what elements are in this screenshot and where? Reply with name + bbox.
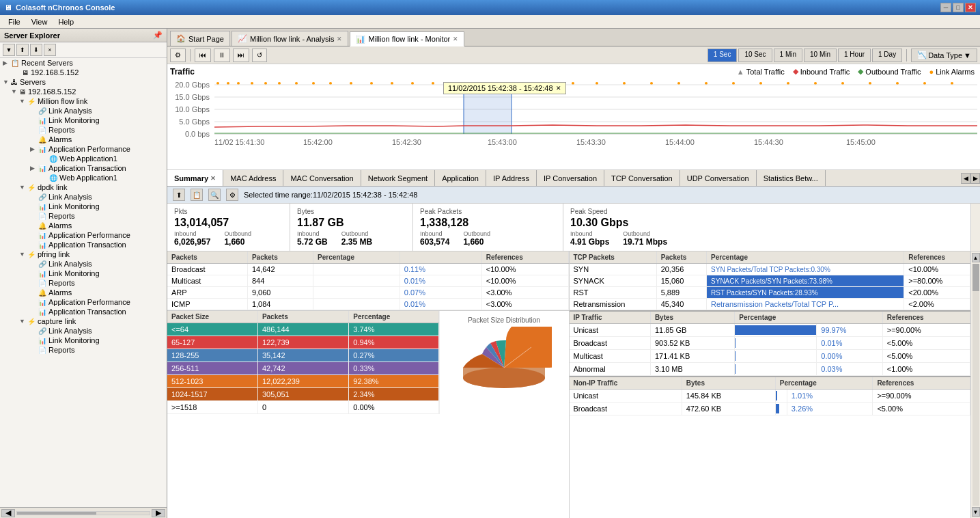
tree-capture-link-analysis[interactable]: 🔗 Link Analysis (0, 326, 167, 336)
scroll-left-btn[interactable]: ◀ (1, 509, 15, 517)
cell-bytes: 903.52 KB (650, 337, 734, 350)
tab-summary[interactable]: Summary ✕ (167, 170, 223, 187)
tree-million-flow[interactable]: ▼ ⚡ Million flow link (0, 96, 167, 106)
inbound-peak-value: 603,574 (420, 237, 449, 247)
tab-close-analysis[interactable]: ✕ (337, 36, 342, 42)
time-10sec[interactable]: 10 Sec (738, 49, 772, 62)
tree-million-link-monitoring[interactable]: 📊 Link Monitoring (0, 115, 167, 125)
tab-nav-next[interactable]: ▶ (970, 173, 980, 184)
tree-recent-servers[interactable]: ▶ 📋 Recent Servers (0, 58, 167, 68)
time-10min[interactable]: 10 Min (804, 49, 837, 62)
tab-close-summary[interactable]: ✕ (210, 175, 216, 182)
copy-btn[interactable]: 📋 (191, 189, 203, 201)
tree-dpdk-link-analysis[interactable]: 🔗 Link Analysis (0, 192, 167, 202)
tree-dpdk-app-perf[interactable]: 📊 Application Performance (0, 230, 167, 240)
explorer-add-btn[interactable]: ▼ (3, 44, 15, 56)
tab-mac-address[interactable]: MAC Address (223, 170, 283, 187)
svg-text:15:44:00: 15:44:00 (665, 138, 695, 146)
tree-million-app-perf-web[interactable]: 🌐 Web Application1 (0, 154, 167, 163)
tree-pfring-link-analysis[interactable]: 🔗 Link Analysis (0, 259, 167, 269)
tree-recent-ip[interactable]: 🖥 192.168.5.152 (0, 68, 167, 77)
tree-million-app-trans-web[interactable]: 🌐 Web Application1 (0, 173, 167, 182)
scrollbar-track[interactable] (16, 511, 150, 515)
tree-dpdk[interactable]: ▼ ⚡ dpdk link (0, 182, 167, 192)
menu-file[interactable]: File (3, 16, 26, 27)
tab-tcp-conversation[interactable]: TCP Conversation (604, 170, 680, 187)
scrollbar-track-right[interactable] (972, 264, 979, 506)
filter-btn[interactable]: 🔍 (208, 189, 221, 201)
prev-btn[interactable]: ⏮ (195, 49, 211, 62)
time-1day[interactable]: 1 Day (872, 49, 902, 62)
pie-chart-container: Packet Size Distribution (439, 311, 569, 414)
minimize-button[interactable]: ─ (940, 3, 951, 12)
right-scrollbar-top[interactable] (970, 204, 980, 251)
tree-capture-reports[interactable]: 📄 Reports (0, 345, 167, 355)
tab-ip-conversation[interactable]: IP Conversation (537, 170, 604, 187)
menu-view[interactable]: View (26, 16, 53, 27)
cell-bytes: 11.85 GB (650, 324, 734, 337)
tab-nav-prev[interactable]: ◀ (961, 173, 970, 184)
tree-capture[interactable]: ▼ ⚡ capture link (0, 316, 167, 326)
tree-pfring[interactable]: ▼ ⚡ pfring link (0, 249, 167, 259)
settings-toolbar-btn[interactable]: ⚙ (170, 49, 186, 62)
close-button[interactable]: ✕ (965, 3, 976, 12)
tree-dpdk-link-monitoring[interactable]: 📊 Link Monitoring (0, 202, 167, 211)
tab-application[interactable]: Application (435, 170, 486, 187)
tree-dpdk-reports[interactable]: 📄 Reports (0, 211, 167, 221)
tab-start-page[interactable]: 🏠 Start Page (170, 31, 230, 46)
explorer-down-btn[interactable]: ⬇ (30, 44, 42, 56)
tree-pfring-link-monitoring[interactable]: 📊 Link Monitoring (0, 269, 167, 278)
cell-pkts: 486,144 (257, 323, 348, 336)
tab-mac-conversation[interactable]: MAC Conversation (283, 170, 361, 187)
scroll-right-btn[interactable]: ▶ (152, 509, 165, 517)
tab-network-segment[interactable]: Network Segment (361, 170, 435, 187)
tree-pfring-app-perf[interactable]: 📊 Application Performance (0, 297, 167, 307)
tab-million-monitor[interactable]: 📊 Million flow link - Monitor ✕ (350, 31, 464, 46)
tooltip-close-icon[interactable]: ✕ (556, 85, 561, 92)
export-btn[interactable]: ⬆ (173, 189, 185, 201)
explorer-scrollbar[interactable]: ◀ ▶ (0, 507, 167, 518)
scroll-up-btn[interactable]: ▲ (972, 253, 980, 262)
scroll-down-btn[interactable]: ▼ (972, 507, 980, 517)
tree-pfring-reports[interactable]: 📄 Reports (0, 278, 167, 288)
tree-dpdk-alarms[interactable]: 🔔 Alarms (0, 221, 167, 230)
scrollbar-thumb-right[interactable] (972, 264, 979, 291)
right-scrollbar[interactable]: ▲ ▼ (970, 251, 980, 518)
pause-btn[interactable]: ⏸ (214, 49, 230, 62)
cell-bar-bg (775, 403, 787, 415)
stats-area[interactable]: Pkts 13,014,057 Inbound 6,026,957 Outbou… (167, 204, 980, 518)
tree-pfring-app-trans[interactable]: 📊 Application Transaction (0, 307, 167, 316)
explorer-up-btn[interactable]: ⬆ (16, 44, 29, 56)
tree-million-link-analysis[interactable]: 🔗 Link Analysis (0, 106, 167, 115)
menu-help[interactable]: Help (53, 16, 79, 27)
tab-udp-conversation[interactable]: UDP Conversation (680, 170, 757, 187)
next-btn[interactable]: ⏭ (233, 49, 249, 62)
maximize-button[interactable]: □ (953, 3, 964, 12)
refresh-btn[interactable]: ↺ (252, 49, 267, 62)
tree-server-ip[interactable]: ▼ 🖥 192.168.5.152 (0, 87, 167, 96)
chart-plot-area[interactable]: 20.0 Gbps 15.0 Gbps 10.0 Gbps 5.0 Gbps 0… (170, 78, 977, 160)
tab-close-monitor[interactable]: ✕ (453, 36, 458, 42)
tree-dpdk-app-trans[interactable]: 📊 Application Transaction (0, 240, 167, 249)
tree-million-reports[interactable]: 📄 Reports (0, 125, 167, 135)
tree-servers[interactable]: ▼ 🖧 Servers (0, 77, 167, 87)
pin-icon[interactable]: 📌 (153, 31, 163, 40)
analysis-icon: 🔗 (38, 107, 46, 115)
tab-million-analysis[interactable]: 📈 Million flow link - Analysis ✕ (232, 31, 348, 46)
tree-million-app-perf[interactable]: ▶ 📊 Application Performance (0, 144, 167, 154)
tree-label: Link Analysis (48, 107, 92, 115)
time-1hour[interactable]: 1 Hour (838, 49, 871, 62)
tab-statistics[interactable]: Statistics Betw... (757, 170, 826, 187)
diamond-icon: ◆ (793, 67, 798, 76)
tab-ip-address[interactable]: IP Address (486, 170, 537, 187)
time-1sec[interactable]: 1 Sec (708, 49, 738, 62)
settings-btn[interactable]: ⚙ (226, 189, 238, 201)
explorer-close-btn[interactable]: × (44, 44, 56, 56)
scrollbar-thumb[interactable] (17, 512, 96, 515)
tree-million-alarms[interactable]: 🔔 Alarms (0, 135, 167, 144)
data-type-btn[interactable]: 📉 Data Type ▼ (911, 49, 977, 62)
tree-capture-link-monitoring[interactable]: 📊 Link Monitoring (0, 336, 167, 345)
time-1min[interactable]: 1 Min (774, 49, 802, 62)
tree-pfring-alarms[interactable]: 🔔 Alarms (0, 288, 167, 297)
tree-million-app-trans[interactable]: ▶ 📊 Application Transaction (0, 163, 167, 173)
